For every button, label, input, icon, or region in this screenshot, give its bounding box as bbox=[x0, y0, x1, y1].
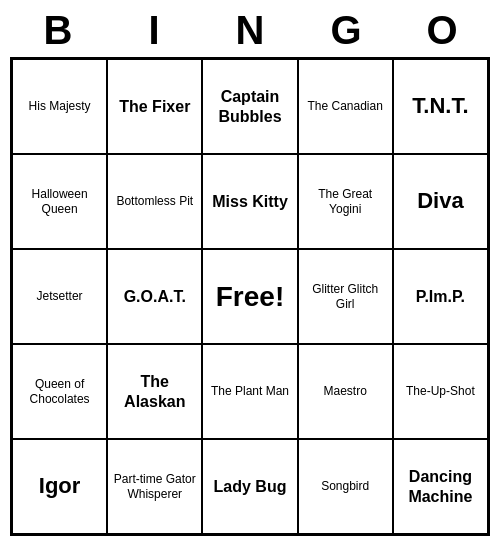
bingo-letter-G: G bbox=[302, 8, 390, 53]
cell-2-0: Jetsetter bbox=[12, 249, 107, 344]
cell-2-1: G.O.A.T. bbox=[107, 249, 202, 344]
cell-2-4: P.Im.P. bbox=[393, 249, 488, 344]
bingo-grid: His MajestyThe FixerCaptain BubblesThe C… bbox=[10, 57, 490, 536]
cell-text-2-3: Glitter Glitch Girl bbox=[303, 282, 388, 311]
cell-text-0-3: The Canadian bbox=[308, 99, 383, 113]
cell-4-3: Songbird bbox=[298, 439, 393, 534]
cell-text-2-0: Jetsetter bbox=[37, 289, 83, 303]
bingo-letter-O: O bbox=[398, 8, 486, 53]
cell-text-3-3: Maestro bbox=[324, 384, 367, 398]
cell-text-4-4: Dancing Machine bbox=[398, 467, 483, 505]
bingo-letter-N: N bbox=[206, 8, 294, 53]
cell-0-4: T.N.T. bbox=[393, 59, 488, 154]
cell-0-3: The Canadian bbox=[298, 59, 393, 154]
cell-1-2: Miss Kitty bbox=[202, 154, 297, 249]
cell-text-0-1: The Fixer bbox=[119, 97, 190, 116]
cell-4-1: Part-time Gator Whisperer bbox=[107, 439, 202, 534]
cell-1-1: Bottomless Pit bbox=[107, 154, 202, 249]
cell-3-3: Maestro bbox=[298, 344, 393, 439]
cell-3-2: The Plant Man bbox=[202, 344, 297, 439]
cell-text-4-0: Igor bbox=[39, 473, 81, 499]
cell-3-1: The Alaskan bbox=[107, 344, 202, 439]
cell-text-0-2: Captain Bubbles bbox=[207, 87, 292, 125]
cell-text-0-4: T.N.T. bbox=[412, 93, 468, 119]
bingo-letter-B: B bbox=[14, 8, 102, 53]
cell-text-2-1: G.O.A.T. bbox=[124, 287, 186, 306]
cell-text-4-3: Songbird bbox=[321, 479, 369, 493]
cell-text-1-4: Diva bbox=[417, 188, 463, 214]
cell-text-1-2: Miss Kitty bbox=[212, 192, 288, 211]
cell-2-2: Free! bbox=[202, 249, 297, 344]
cell-0-2: Captain Bubbles bbox=[202, 59, 297, 154]
cell-text-3-0: Queen of Chocolates bbox=[17, 377, 102, 406]
cell-text-3-2: The Plant Man bbox=[211, 384, 289, 398]
cell-1-0: Halloween Queen bbox=[12, 154, 107, 249]
bingo-title: BINGO bbox=[10, 8, 490, 53]
cell-text-1-0: Halloween Queen bbox=[17, 187, 102, 216]
cell-text-3-4: The-Up-Shot bbox=[406, 384, 475, 398]
cell-1-4: Diva bbox=[393, 154, 488, 249]
bingo-letter-I: I bbox=[110, 8, 198, 53]
cell-text-2-4: P.Im.P. bbox=[416, 287, 465, 306]
cell-text-1-3: The Great Yogini bbox=[303, 187, 388, 216]
cell-4-4: Dancing Machine bbox=[393, 439, 488, 534]
cell-4-2: Lady Bug bbox=[202, 439, 297, 534]
cell-text-1-1: Bottomless Pit bbox=[116, 194, 193, 208]
cell-text-2-2: Free! bbox=[216, 280, 284, 314]
cell-2-3: Glitter Glitch Girl bbox=[298, 249, 393, 344]
cell-3-0: Queen of Chocolates bbox=[12, 344, 107, 439]
cell-text-4-1: Part-time Gator Whisperer bbox=[112, 472, 197, 501]
cell-0-1: The Fixer bbox=[107, 59, 202, 154]
cell-1-3: The Great Yogini bbox=[298, 154, 393, 249]
cell-3-4: The-Up-Shot bbox=[393, 344, 488, 439]
cell-4-0: Igor bbox=[12, 439, 107, 534]
cell-text-4-2: Lady Bug bbox=[214, 477, 287, 496]
cell-text-3-1: The Alaskan bbox=[112, 372, 197, 410]
cell-0-0: His Majesty bbox=[12, 59, 107, 154]
cell-text-0-0: His Majesty bbox=[29, 99, 91, 113]
